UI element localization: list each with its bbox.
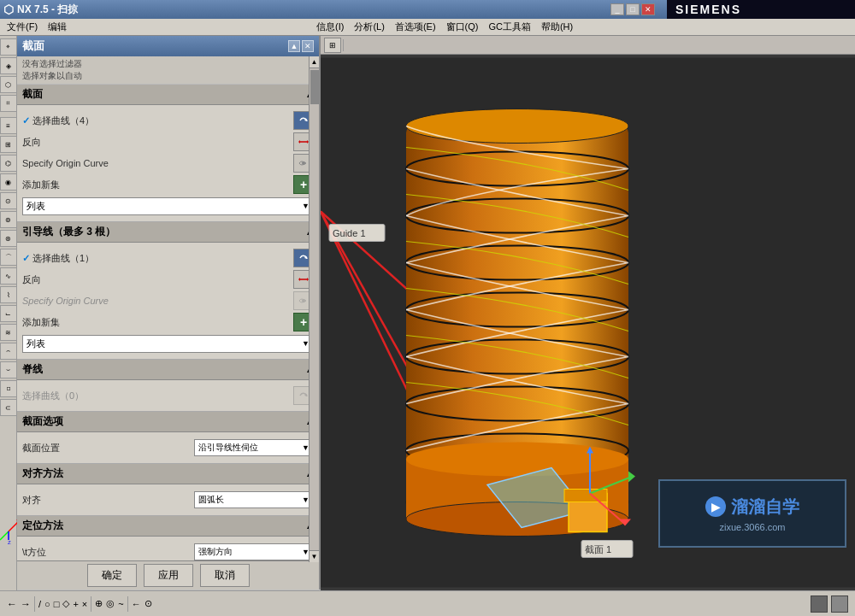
svg-point-39	[406, 443, 628, 477]
svg-marker-13	[298, 278, 300, 281]
scroll-up-btn[interactable]: ▲	[310, 56, 319, 68]
sb-icon-1[interactable]: /	[38, 599, 41, 609]
apply-button[interactable]: 应用	[144, 564, 193, 587]
close-btn[interactable]: ✕	[641, 3, 655, 15]
lv-11[interactable]: ⊛	[0, 230, 17, 247]
lv-5[interactable]: ≡	[0, 117, 17, 134]
svg-text:Z: Z	[8, 540, 11, 544]
row-reverse-jm: 反向	[22, 132, 314, 151]
section-label-spine: 脊线	[22, 362, 43, 377]
list-dropdown-jm[interactable]: 列表 ▼	[22, 197, 314, 215]
sb-icon-6[interactable]: ×	[82, 599, 87, 609]
dialog-panel: 截面 ▲ ✕ 没有选择过滤器 选择对象以自动 截面 ▲ ✓ 选择	[17, 36, 321, 590]
sb-icon-4[interactable]: ◇	[62, 598, 69, 609]
watermark-brand: 溜溜自学	[731, 496, 799, 519]
dialog-scroll-area[interactable]: 截面 ▲ ✓ 选择曲线（4） 反向	[17, 85, 319, 560]
lv-1[interactable]: ⌖	[0, 38, 17, 56]
sb-icon-7[interactable]: ⊕	[95, 598, 103, 609]
svg-line-1	[0, 531, 9, 540]
dropdown-align[interactable]: 圆弧长 ▼	[194, 491, 314, 508]
dialog-scrollbar[interactable]: ▲ ▼	[309, 56, 319, 562]
section-body-spine: 选择曲线（0）	[17, 380, 319, 411]
sb-sep1	[34, 596, 35, 612]
lv-4[interactable]: ⌗	[0, 95, 17, 112]
menu-gctoolbox[interactable]: GC工具箱	[483, 19, 536, 35]
val-section-pos: 沿引导线性伺位	[198, 442, 302, 454]
list-dropdown-guide[interactable]: 列表 ▼	[22, 335, 314, 353]
menu-prefs[interactable]: 首选项(E)	[390, 19, 441, 35]
viewport-toolbar: ⊞	[321, 36, 855, 55]
lv-16[interactable]: ≋	[0, 324, 17, 341]
lv-6[interactable]: ⊞	[0, 136, 17, 153]
sb-icon-3[interactable]: □	[54, 599, 60, 609]
lv-8[interactable]: ◉	[0, 173, 17, 191]
scroll-thumb[interactable]	[310, 70, 319, 104]
sb-arrow-left[interactable]: ←	[7, 598, 17, 610]
dialog-title: 截面	[22, 38, 44, 54]
lv-14[interactable]: ⌇	[0, 286, 17, 303]
svg-rect-43	[564, 490, 607, 502]
maximize-btn[interactable]: □	[626, 3, 640, 15]
left-vertical-toolbar: ⌖ ◈ ⬡ ⌗ ≡ ⊞ ⌬ ◉ ⊙ ⊚ ⊛ ⌒ ∿ ⌇ ⌙ ≋ ⌢ ⌣ ⌑ ⊂ …	[0, 36, 17, 600]
section-header-spine[interactable]: 脊线 ▲	[17, 359, 319, 380]
sb-icon-9[interactable]: ~	[118, 599, 123, 609]
sb-icon-5[interactable]: +	[73, 599, 78, 609]
sb-icon-11[interactable]: ⊙	[144, 598, 152, 609]
section-label-pos: 定位方法	[22, 519, 63, 533]
cancel-button[interactable]: 取消	[200, 564, 250, 587]
row-add-set-guide: 添加新集 +	[22, 313, 314, 331]
row-list-guide: 列表 ▼	[22, 334, 314, 353]
menu-window[interactable]: 窗口(Q)	[441, 19, 484, 35]
label-select-curve-spine: 选择曲线（0）	[22, 390, 292, 402]
section-header-guide[interactable]: 引导线（最多 3 根） ▲	[17, 221, 319, 243]
menu-file[interactable]: 文件(F)	[2, 19, 43, 35]
sb-icon-8[interactable]: ◎	[106, 598, 115, 609]
section-label-guide: 引导线（最多 3 根）	[22, 225, 115, 239]
lv-7[interactable]: ⌬	[0, 155, 17, 172]
viewport-3d[interactable]: ⊞	[321, 36, 855, 590]
dialog-minimize[interactable]: ▲	[288, 40, 300, 52]
lv-2[interactable]: ◈	[0, 57, 17, 74]
label-reverse-guide: 反向	[22, 273, 292, 286]
section-body-pos: \t方位 强制方向 ▼ ✓ 指定矢量（1）	[17, 537, 319, 560]
lv-12[interactable]: ⌒	[0, 249, 17, 266]
watermark-url: zixue.3066.com	[719, 522, 785, 532]
row-orientation: \t方位 强制方向 ▼	[22, 543, 314, 560]
section-header-jm[interactable]: 截面 ▲	[17, 85, 319, 105]
confirm-button[interactable]: 确定	[87, 564, 137, 587]
lv-20[interactable]: ⊂	[0, 399, 17, 416]
lv-13[interactable]: ∿	[0, 267, 17, 285]
menu-info[interactable]: 信息(I)	[311, 19, 349, 35]
vp-tb-1[interactable]: ⊞	[324, 38, 341, 53]
row-add-set-jm: 添加新集 +	[22, 175, 314, 194]
lv-9[interactable]: ⊙	[0, 192, 17, 209]
sb-icon-2[interactable]: ○	[44, 599, 50, 609]
lv-3[interactable]: ⬡	[0, 76, 17, 93]
scroll-down-btn[interactable]: ▼	[310, 550, 319, 562]
dropdown-orientation[interactable]: 强制方向 ▼	[194, 543, 314, 560]
dropdown-section-pos[interactable]: 沿引导线性伺位 ▼	[194, 439, 314, 456]
svg-point-29	[406, 109, 628, 144]
lv-10[interactable]: ⊚	[0, 211, 17, 228]
watermark-play-icon: ▶	[705, 496, 726, 517]
sb-icon-10[interactable]: ←	[132, 599, 141, 609]
menu-help[interactable]: 帮助(H)	[536, 19, 578, 35]
row-select-curve-jm: ✓ 选择曲线（4）	[22, 111, 314, 130]
minimize-btn[interactable]: _	[610, 3, 624, 15]
svg-text:截面 1: 截面 1	[585, 544, 611, 554]
section-header-pos[interactable]: 定位方法 ▲	[17, 515, 319, 537]
menu-analysis[interactable]: 分析(L)	[349, 19, 389, 35]
sb-arrow-right[interactable]: →	[21, 598, 31, 610]
lv-19[interactable]: ⌑	[0, 380, 17, 397]
lv-17[interactable]: ⌢	[0, 343, 17, 360]
dialog-close[interactable]: ✕	[302, 40, 314, 52]
lv-15[interactable]: ⌙	[0, 305, 17, 322]
label-align: 对齐	[22, 494, 194, 507]
menu-edit[interactable]: 编辑	[43, 19, 72, 35]
section-header-opts[interactable]: 截面选项 ▲	[17, 411, 319, 432]
label-add-set-jm: 添加新集	[22, 179, 293, 191]
sb-sep2	[91, 596, 91, 612]
label-select-curve-guide: ✓ 选择曲线（1）	[22, 252, 292, 265]
section-header-align[interactable]: 对齐方法 ▲	[17, 463, 319, 484]
lv-18[interactable]: ⌣	[0, 361, 17, 378]
